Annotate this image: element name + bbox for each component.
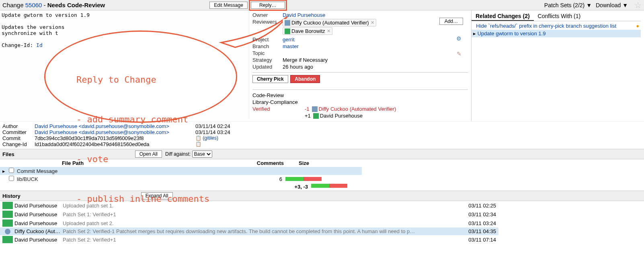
- project-link[interactable]: gerrit: [283, 37, 295, 43]
- file-link[interactable]: lib/BUCK: [17, 176, 38, 182]
- author-label: Author: [2, 123, 35, 129]
- gitiles-link[interactable]: (gitiles): [203, 135, 218, 141]
- edit-message-button[interactable]: Edit Message: [209, 2, 248, 9]
- related-item-current[interactable]: ▸ Update gwtorm to version 1.9: [472, 30, 641, 37]
- remove-reviewer-icon[interactable]: ✕: [327, 28, 330, 34]
- updated-value: 26 hours ago: [283, 64, 313, 70]
- project-label: Project: [252, 37, 283, 43]
- commit-label: Commit: [2, 135, 35, 141]
- history-row[interactable]: David PursehouseUploaded patch set 1.03/…: [0, 201, 498, 210]
- add-reviewer-button[interactable]: Add…: [439, 18, 463, 25]
- open-all-button[interactable]: Open All: [135, 150, 162, 158]
- diff-size-bar: [285, 177, 322, 181]
- diff-totals: +3, -3: [284, 184, 308, 190]
- vote-negative: -1: [305, 106, 310, 112]
- branch-label: Branch: [252, 43, 283, 49]
- expand-all-button[interactable]: Expand All: [141, 192, 173, 199]
- change-status: Needs Code-Review: [47, 2, 105, 8]
- commit-message-box: Update gwtorm to version 1.9 Updates the…: [0, 10, 249, 119]
- commit-hash: 7dbc394cc3d80d30c1ff9da7013d59f6009e23f8: [35, 135, 195, 141]
- patch-sets-dropdown[interactable]: Patch Sets (2/2) ▼: [544, 2, 592, 8]
- reviewer-name: Diffy Cuckoo (Automated Verifier): [291, 20, 369, 26]
- col-file-path: File Path: [2, 160, 143, 166]
- avatar-icon: [2, 219, 13, 227]
- reply-button[interactable]: Reply…: [251, 2, 285, 9]
- updated-label: Updated: [252, 64, 283, 70]
- col-comments: Comments: [143, 160, 284, 166]
- history-section-header: History Expand All: [0, 191, 644, 201]
- related-changes-panel: Related Changes (2) Conflicts With (1) H…: [471, 10, 644, 121]
- commit-msg-line: Update gwtorm to version 1.9: [2, 12, 90, 18]
- voter-chip[interactable]: David Pursehouse: [313, 113, 363, 119]
- strategy-value: Merge if Necessary: [283, 57, 328, 63]
- avatar-icon: [312, 106, 318, 112]
- files-section-header: Files Open All Diff against: Base: [0, 149, 644, 159]
- reviewer-chip[interactable]: Diffy Cuckoo (Automated Verifier) ✕: [283, 19, 376, 26]
- avatar-icon: [285, 20, 290, 26]
- abandon-button[interactable]: Abandon: [290, 75, 320, 83]
- reviewers-label: Reviewers: [252, 19, 283, 36]
- related-item[interactable]: Hide `refs/heads/` prefix in cherry-pick…: [472, 22, 641, 30]
- edit-topic-icon[interactable]: ✎: [457, 51, 461, 57]
- download-dropdown[interactable]: Download ▼: [596, 2, 628, 8]
- annotation-callout: Reply to Change - add summary comment - …: [44, 30, 241, 125]
- change-title: Change 55060 - Needs Code-Review: [2, 2, 105, 8]
- strategy-label: Strategy: [252, 57, 283, 63]
- file-comment-count: 6: [258, 176, 282, 182]
- remove-reviewer-icon[interactable]: ✕: [371, 20, 374, 25]
- star-icon[interactable]: ☆: [634, 0, 642, 10]
- committer-label: Committer: [2, 129, 35, 135]
- change-header: Change 55060 - Needs Code-Review Edit Me…: [0, 0, 644, 10]
- branch-link[interactable]: master: [283, 43, 299, 49]
- file-row[interactable]: lib/BUCK 6: [0, 175, 362, 183]
- avatar-icon: [2, 211, 13, 218]
- library-compliance-label: Library-Compliance: [252, 99, 305, 105]
- commit-msg-line: Updates the versions: [2, 24, 65, 30]
- clipboard-icon[interactable]: 📋: [195, 135, 201, 141]
- files-table: File Path Comments Size ▸ Commit Message…: [0, 159, 362, 191]
- file-row[interactable]: ▸ Commit Message: [0, 167, 362, 175]
- code-review-label: Code-Review: [252, 92, 305, 98]
- history-row[interactable]: David PursehousePatch Set 1: Verified+10…: [0, 210, 498, 219]
- change-label: Change: [2, 2, 24, 8]
- file-link[interactable]: Commit Message: [17, 168, 57, 174]
- changeid-value: Id1badda0d0f24f6022404be479d4681560ed0ed…: [35, 141, 195, 147]
- commit-msg-line: Change-Id:: [2, 42, 36, 48]
- tab-related-changes[interactable]: Related Changes (2): [472, 12, 534, 21]
- voter-chip[interactable]: Diffy Cuckoo (Automated Verifier): [312, 106, 396, 112]
- cherry-pick-button[interactable]: Cherry Pick: [252, 75, 288, 83]
- tab-conflicts-with[interactable]: Conflicts With (1): [534, 12, 585, 21]
- reviewer-name: Dave Borowitz: [291, 28, 325, 34]
- topic-label: Topic: [252, 50, 283, 56]
- diff-size-bar: [311, 184, 347, 188]
- gear-icon[interactable]: ⚙: [456, 35, 461, 42]
- change-number-link[interactable]: 55060: [25, 2, 42, 8]
- clipboard-icon[interactable]: 📋: [195, 141, 201, 147]
- history-row[interactable]: David PursehouseUploaded patch set 2.03/…: [0, 219, 498, 228]
- commit-metadata: Author David Pursehouse <david.pursehous…: [0, 121, 644, 149]
- changeid-label: Change-Id: [2, 141, 35, 147]
- commit-msg-line: synchronize with t: [2, 30, 58, 36]
- expand-icon[interactable]: ▸: [2, 168, 9, 174]
- changeid-link[interactable]: Id: [36, 42, 43, 48]
- history-row[interactable]: Diffy Cuckoo (Aut…Patch Set 2: Verified-…: [0, 228, 498, 235]
- files-label: Files: [2, 151, 14, 157]
- history-table: David PursehouseUploaded patch set 1.03/…: [0, 201, 498, 244]
- reviewer-chip[interactable]: Dave Borowitz ✕: [283, 27, 332, 35]
- file-reviewed-checkbox[interactable]: [9, 176, 14, 181]
- file-reviewed-checkbox[interactable]: [9, 168, 14, 173]
- status-dot-icon: ●: [636, 23, 639, 29]
- diff-against-select[interactable]: Base: [192, 150, 212, 158]
- committer-date: 03/11/14 03:24: [195, 129, 240, 135]
- history-row[interactable]: David PursehousePatch Set 2: Verified+10…: [0, 235, 498, 244]
- owner-link[interactable]: David Pursehouse: [283, 12, 325, 18]
- owner-label: Owner: [252, 12, 283, 18]
- avatar-icon: [313, 113, 319, 119]
- avatar-icon: [5, 229, 10, 234]
- col-size: Size: [284, 160, 324, 166]
- committer-link[interactable]: David Pursehouse <david.pursehouse@sonym…: [35, 129, 169, 135]
- author-link[interactable]: David Pursehouse <david.pursehouse@sonym…: [35, 123, 169, 129]
- change-info-block: Owner David Pursehouse Reviewers Diffy C…: [249, 10, 471, 121]
- verified-label: Verified: [252, 106, 305, 112]
- avatar-icon: [2, 236, 13, 243]
